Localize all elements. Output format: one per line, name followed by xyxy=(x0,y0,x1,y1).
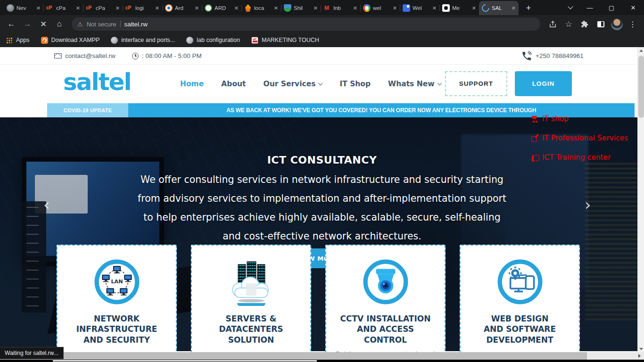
new-tab-button[interactable]: + xyxy=(522,2,535,14)
tab-close-icon[interactable]: ✕ xyxy=(472,6,476,11)
service-card-webdesign[interactable]: WEB DESIGN AND SOFTWARE DEVELOPMENT xyxy=(460,245,580,352)
horizontal-scrollbar-thumb[interactable] xyxy=(0,352,587,360)
horizontal-scrollbar[interactable] xyxy=(0,352,644,360)
browser-tab[interactable]: cPa ✕ xyxy=(83,1,123,15)
service-card-network[interactable]: LAN NETWORK INFRASTRUCTURE AND SECURITY xyxy=(57,245,177,352)
carousel-prev-icon[interactable]: ‹ xyxy=(43,197,50,213)
carousel-next-icon[interactable]: › xyxy=(585,197,591,213)
quick-link[interactable]: IT Professional Services xyxy=(531,134,628,142)
tab-close-icon[interactable]: ✕ xyxy=(76,6,80,11)
stop-loading-icon[interactable]: ✕ xyxy=(36,16,51,32)
back-icon[interactable]: ← xyxy=(4,16,19,32)
extensions-puzzle-icon[interactable] xyxy=(577,16,592,32)
bookmark-star-icon[interactable]: ☆ xyxy=(561,16,576,32)
maximize-button[interactable]: ▢ xyxy=(601,0,622,15)
chevron-down-icon xyxy=(437,81,442,85)
bookmark-item[interactable]: Apps xyxy=(6,37,30,44)
quick-link[interactable]: ICT Training center xyxy=(531,153,611,162)
share-icon[interactable] xyxy=(545,16,560,32)
bookmark-label: Apps xyxy=(16,37,30,43)
tab-favicon-icon xyxy=(205,4,212,12)
servers-cloud-icon xyxy=(225,253,277,306)
tab-close-icon[interactable]: ✕ xyxy=(314,6,318,11)
close-window-button[interactable]: ✕ xyxy=(622,0,644,15)
quick-link[interactable]: IT shop xyxy=(531,115,569,123)
bookmark-item[interactable]: interface and ports... xyxy=(111,37,175,44)
nav-item[interactable]: Home xyxy=(180,80,204,88)
browser-tab[interactable]: Ard ✕ xyxy=(162,1,202,15)
tab-search-chevron-icon[interactable] xyxy=(562,0,579,15)
browser-tab[interactable]: Shil ✕ xyxy=(281,1,321,15)
web-development-icon xyxy=(496,258,544,306)
tab-title: Wel xyxy=(413,5,430,11)
tab-close-icon[interactable]: ✕ xyxy=(432,6,437,11)
menu-dots-icon[interactable]: ⋮ xyxy=(625,16,640,32)
url-text[interactable]: saltel.rw xyxy=(124,21,148,28)
bookmark-item[interactable]: Download XAMPP xyxy=(41,37,100,44)
scroll-right-arrow-icon[interactable] xyxy=(636,352,643,360)
tab-title: loca xyxy=(254,5,272,11)
browser-tab[interactable]: logi ✕ xyxy=(123,1,162,15)
nav-item[interactable]: Our Services xyxy=(263,80,322,88)
tab-close-icon[interactable]: ✕ xyxy=(116,6,120,11)
browser-tab[interactable]: SAL ✕ xyxy=(479,1,519,15)
browser-tab[interactable]: ARD ✕ xyxy=(202,1,241,15)
bookmark-item[interactable]: MARKETING TOUCH xyxy=(251,37,319,44)
tab-close-icon[interactable]: ✕ xyxy=(155,6,159,11)
vertical-scrollbar[interactable] xyxy=(637,47,644,352)
quick-link-icon xyxy=(531,154,539,161)
clock-icon xyxy=(132,53,139,59)
saltel-logo[interactable]: saltel xyxy=(63,68,131,96)
bookmark-label: lab configuration xyxy=(197,37,240,43)
profile-avatar[interactable] xyxy=(609,16,624,32)
bookmark-favicon-icon xyxy=(6,37,13,44)
tab-title: cPa xyxy=(56,5,74,11)
service-card-servers[interactable]: SERVERS & DATACENTERS SOLUTION xyxy=(191,245,311,352)
bookmark-item[interactable]: lab configuration xyxy=(186,37,240,44)
tab-close-icon[interactable]: ✕ xyxy=(234,6,239,11)
nav-item[interactable]: Whats New xyxy=(388,80,441,88)
minimize-button[interactable]: — xyxy=(579,0,601,15)
quick-link-icon xyxy=(531,135,539,142)
service-card-cctv[interactable]: CCTV INSTALLATION AND ACCESS CONTROL Pai… xyxy=(325,245,446,352)
browser-tab[interactable]: cPa ✕ xyxy=(43,1,83,15)
tab-close-icon[interactable]: ✕ xyxy=(393,6,397,11)
browser-tab[interactable]: Wel ✕ xyxy=(400,1,439,15)
page-load-status: Waiting for saltel.rw... xyxy=(0,347,64,359)
vertical-scrollbar-thumb[interactable] xyxy=(638,56,644,118)
browser-tab[interactable]: loca ✕ xyxy=(241,1,281,15)
side-panel-icon[interactable] xyxy=(593,16,608,32)
tab-close-icon[interactable]: ✕ xyxy=(195,6,199,11)
bottom-scroll-segment xyxy=(53,360,317,362)
support-button[interactable]: SUPPORT xyxy=(445,71,507,96)
quick-link-label: ICT Training center xyxy=(542,153,611,162)
scroll-down-arrow-icon[interactable] xyxy=(638,346,644,352)
security-label[interactable]: Not secure xyxy=(87,21,116,28)
email-icon xyxy=(54,53,62,58)
browser-tab[interactable]: Me ✕ xyxy=(439,1,479,15)
tab-close-icon[interactable]: ✕ xyxy=(274,6,278,11)
working-hours: : 08:00 AM - 5:00 PM xyxy=(132,47,202,65)
address-bar[interactable]: ⚠ Not secure saltel.rw xyxy=(72,17,540,31)
tab-close-icon[interactable]: ✕ xyxy=(353,6,357,11)
forward-icon[interactable]: → xyxy=(20,16,35,32)
contact-email[interactable]: contact@saltel.rw xyxy=(54,47,116,65)
login-button[interactable]: LOGIN xyxy=(515,71,572,96)
scroll-up-arrow-icon[interactable] xyxy=(638,47,644,54)
tab-title: SAL xyxy=(492,5,509,11)
nav-item[interactable]: About xyxy=(221,80,246,88)
card-title: SERVERS & DATACENTERS SOLUTION xyxy=(192,313,310,345)
tab-close-icon[interactable]: ✕ xyxy=(36,6,41,11)
tab-title: Ard xyxy=(175,5,192,11)
home-icon[interactable]: ⌂ xyxy=(52,16,67,32)
browser-tab[interactable]: wel ✕ xyxy=(360,1,400,15)
tab-close-icon[interactable]: ✕ xyxy=(512,6,516,11)
nav-item[interactable]: IT Shop xyxy=(339,80,371,88)
bookmarks-bar: Apps Download XAMPP interface and ports.… xyxy=(0,33,644,47)
browser-tab[interactable]: Nev ✕ xyxy=(4,1,43,15)
phone-number[interactable]: +250 788849961 xyxy=(521,47,584,65)
card-title: WEB DESIGN AND SOFTWARE DEVELOPMENT xyxy=(461,313,579,345)
tab-favicon-icon xyxy=(86,4,93,12)
window-controls: — ▢ ✕ xyxy=(562,0,644,15)
browser-tab[interactable]: Inb ✕ xyxy=(321,1,360,15)
